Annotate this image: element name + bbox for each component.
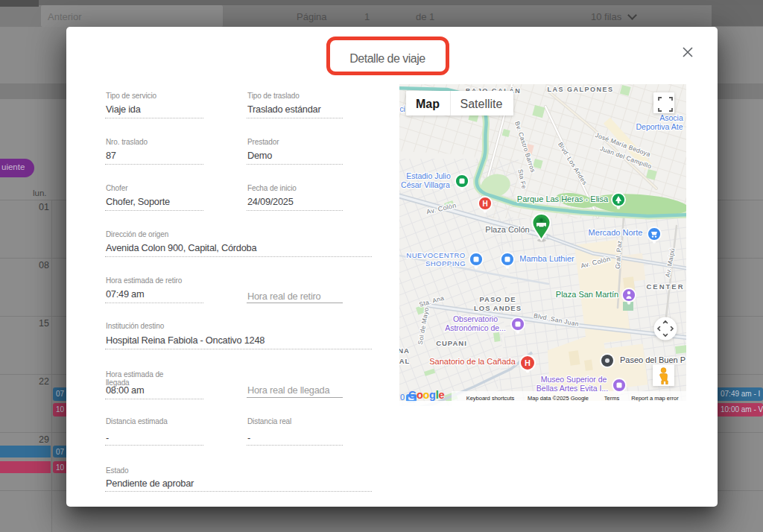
svg-text:ci: ci bbox=[399, 105, 405, 113]
svg-text:Map: Map bbox=[416, 98, 440, 110]
svg-text:Keyboard shortcuts: Keyboard shortcuts bbox=[466, 395, 515, 402]
svg-text:Museo Superior de: Museo Superior de bbox=[541, 375, 607, 384]
svg-text:Google: Google bbox=[408, 389, 444, 401]
svg-text:Observatorio: Observatorio bbox=[453, 314, 498, 323]
svg-text:H: H bbox=[525, 358, 531, 367]
svg-text:Estadio Julio: Estadio Julio bbox=[406, 171, 451, 180]
svg-text:LOS ANDES: LOS ANDES bbox=[474, 304, 522, 312]
svg-text:0: 0 bbox=[400, 393, 405, 402]
svg-text:Astronómico de...: Astronómico de... bbox=[445, 323, 506, 332]
svg-text:NUEVOCENTRO: NUEVOCENTRO bbox=[406, 251, 465, 259]
svg-text:Deportiva Ate: Deportiva Ate bbox=[636, 122, 683, 131]
svg-text:CUPANI: CUPANI bbox=[436, 339, 467, 347]
svg-text:Sanatorio de la Cañada: Sanatorio de la Cañada bbox=[429, 357, 516, 366]
svg-text::AL: :AL bbox=[399, 357, 410, 365]
svg-text:Paseo del Buen P: Paseo del Buen P bbox=[620, 355, 686, 364]
svg-text:SHOPPING: SHOPPING bbox=[425, 259, 466, 267]
svg-text:Mercado Norte: Mercado Norte bbox=[589, 228, 643, 237]
svg-text:Report a map error: Report a map error bbox=[631, 395, 679, 402]
svg-text:Terms: Terms bbox=[604, 395, 620, 402]
svg-text:CENTER: CENTER bbox=[646, 282, 684, 291]
svg-text:H: H bbox=[482, 200, 487, 208]
svg-text:PASO DE: PASO DE bbox=[479, 295, 516, 303]
svg-text:Plaza San Martín: Plaza San Martín bbox=[556, 290, 618, 299]
svg-text:Parque Las Heras - Elisa: Parque Las Heras - Elisa bbox=[517, 194, 609, 203]
svg-text:Mamba Luthier: Mamba Luthier bbox=[519, 254, 574, 263]
svg-text:César Villagra: César Villagra bbox=[401, 180, 450, 189]
svg-text:NA: NA bbox=[399, 346, 410, 355]
svg-text:Plaza Colón: Plaza Colón bbox=[485, 225, 529, 234]
svg-text:LAS GALPONES: LAS GALPONES bbox=[547, 86, 613, 93]
svg-text:Asocia: Asocia bbox=[659, 113, 683, 122]
svg-text:Map data ©2025 Google: Map data ©2025 Google bbox=[528, 395, 589, 402]
svg-text:Satellite: Satellite bbox=[460, 98, 503, 110]
